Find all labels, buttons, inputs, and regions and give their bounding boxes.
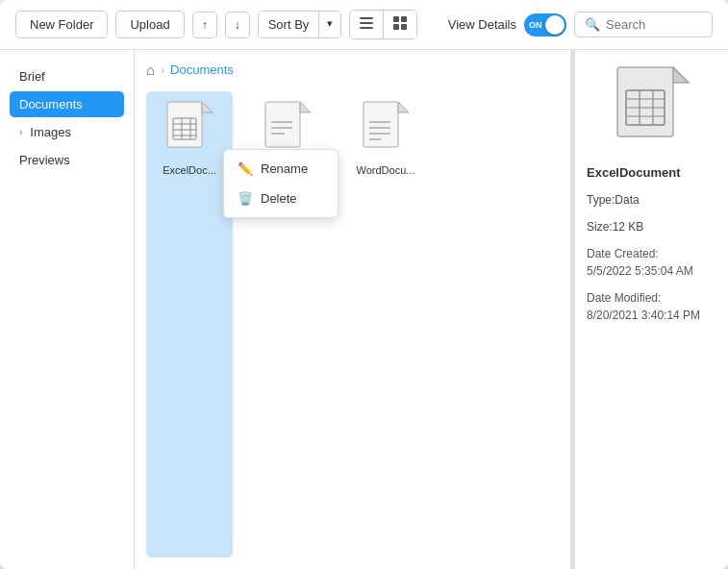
detail-date-created: Date Created: 5/5/2022 5:35:04 AM <box>587 245 716 280</box>
svg-rect-4 <box>401 16 407 22</box>
sort-by-dropdown-arrow[interactable]: ▾ <box>319 12 340 37</box>
svg-rect-5 <box>393 24 399 30</box>
content-area: ⌂ › Documents <box>135 50 570 569</box>
detail-date-modified: Date Modified: 8/20/2021 3:40:14 PM <box>587 289 716 324</box>
breadcrumb: ⌂ › Documents <box>146 62 559 78</box>
list-view-button[interactable] <box>350 11 384 38</box>
grid-view-button[interactable] <box>384 11 416 38</box>
toggle-on-label: ON <box>529 20 542 30</box>
context-menu: ✏️ Rename 🗑️ Delete <box>223 149 339 218</box>
svg-rect-6 <box>401 24 407 30</box>
detail-date-modified-value: 8/20/2021 3:40:14 PM <box>587 309 700 322</box>
sidebar-item-previews[interactable]: Previews <box>10 147 124 173</box>
sort-by-group: Sort By ▾ <box>258 11 342 38</box>
sort-by-label: Sort By <box>259 12 320 37</box>
search-box: 🔍 <box>574 12 713 37</box>
app-window: New Folder Upload ↑ ↓ Sort By ▾ <box>0 0 728 569</box>
file-icon-excel <box>165 101 213 159</box>
toolbar: New Folder Upload ↑ ↓ Sort By ▾ <box>0 0 728 50</box>
svg-rect-16 <box>265 102 300 147</box>
pencil-icon: ✏️ <box>238 161 253 176</box>
new-folder-button[interactable]: New Folder <box>15 11 108 38</box>
context-menu-rename-label: Rename <box>261 161 308 176</box>
file-name-excel: ExcelDoc... <box>163 164 216 176</box>
trash-icon: 🗑️ <box>238 191 253 206</box>
view-details-group: View Details ON <box>448 13 566 37</box>
sidebar-item-label-brief: Brief <box>19 69 45 84</box>
sidebar-item-documents[interactable]: Documents <box>10 91 124 117</box>
detail-date-created-label: Date Created: <box>587 247 659 260</box>
svg-rect-0 <box>360 17 373 19</box>
context-menu-delete-label: Delete <box>261 191 297 206</box>
svg-rect-22 <box>364 102 398 147</box>
sidebar-item-brief[interactable]: Brief <box>10 63 124 89</box>
context-menu-rename[interactable]: ✏️ Rename <box>224 154 338 184</box>
sidebar-item-images[interactable]: › Images <box>10 119 124 145</box>
detail-file-name: ExcelDocument <box>587 165 716 180</box>
breadcrumb-separator: › <box>161 63 164 77</box>
main-body: Brief Documents › Images Previews ⌂ › Do… <box>0 50 728 569</box>
breadcrumb-home[interactable]: ⌂ <box>146 62 155 78</box>
file-name-word: WordDocu... <box>357 164 415 176</box>
upload-button[interactable]: Upload <box>115 11 184 38</box>
chevron-right-icon: › <box>19 127 22 137</box>
file-grid: ExcelDoc... ...t.txt <box>146 91 559 557</box>
file-icon-word <box>362 101 410 159</box>
svg-rect-3 <box>393 16 399 22</box>
arrow-up-button[interactable]: ↑ <box>192 12 217 38</box>
detail-panel: ExcelDocument Type:Data Size:12 KB Date … <box>574 50 728 569</box>
detail-date-modified-label: Date Modified: <box>587 291 661 305</box>
detail-type: Type:Data <box>587 191 716 209</box>
breadcrumb-current: Documents <box>170 62 234 77</box>
detail-size: Size:12 KB <box>587 218 716 235</box>
svg-rect-1 <box>360 22 373 24</box>
file-item-word[interactable]: WordDocu... <box>342 91 429 557</box>
file-item-excel[interactable]: ExcelDoc... <box>146 91 233 557</box>
view-details-toggle[interactable]: ON <box>524 13 566 37</box>
view-toggle-group <box>349 10 417 39</box>
sidebar: Brief Documents › Images Previews <box>0 50 135 569</box>
search-icon: 🔍 <box>585 17 600 32</box>
svg-rect-2 <box>360 27 373 29</box>
arrow-down-button[interactable]: ↓ <box>225 12 250 38</box>
detail-file-icon <box>587 65 716 152</box>
sidebar-item-label-images: Images <box>30 125 71 139</box>
toggle-knob <box>545 15 565 35</box>
sidebar-item-label-documents: Documents <box>19 97 83 111</box>
search-input[interactable] <box>606 17 702 32</box>
context-menu-delete[interactable]: 🗑️ Delete <box>224 184 338 213</box>
detail-date-created-value: 5/5/2022 5:35:04 AM <box>587 264 693 278</box>
sidebar-item-label-previews: Previews <box>19 153 70 167</box>
view-details-label: View Details <box>448 17 516 32</box>
